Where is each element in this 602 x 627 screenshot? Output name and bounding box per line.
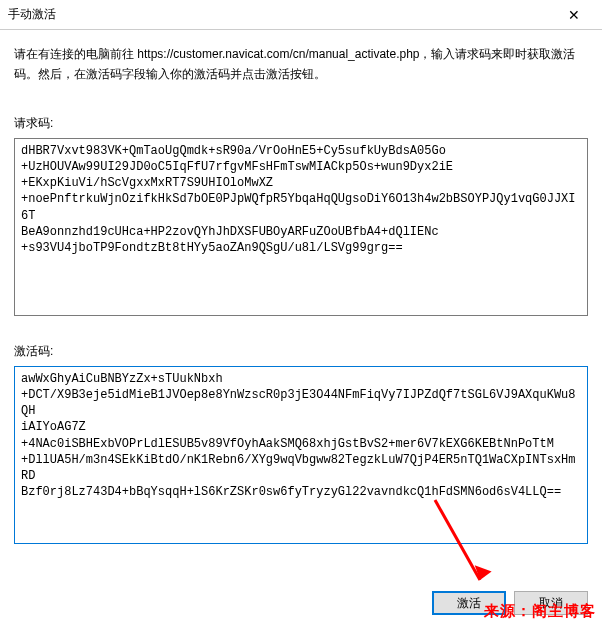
activation-code-label: 激活码: [14,343,588,360]
close-button[interactable]: ✕ [554,1,594,29]
activate-button[interactable]: 激活 [432,591,506,615]
instruction-text: 请在有连接的电脑前往 https://customer.navicat.com/… [14,44,588,85]
request-code-label: 请求码: [14,115,588,132]
cancel-button[interactable]: 取消 [514,591,588,615]
dialog-content: 请在有连接的电脑前往 https://customer.navicat.com/… [0,30,602,547]
svg-marker-1 [471,565,492,582]
window-title: 手动激活 [8,6,554,23]
button-row: 激活 取消 [432,591,588,615]
close-icon: ✕ [568,7,580,23]
activation-code-textarea[interactable] [14,366,588,544]
request-code-textarea[interactable] [14,138,588,316]
title-bar: 手动激活 ✕ [0,0,602,30]
